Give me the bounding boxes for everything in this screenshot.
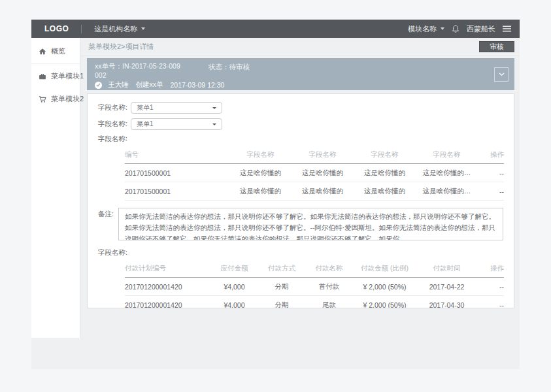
status-card: xx单号：IN-2017-05-23-009002 状态：待审核 王大锤 创建x… bbox=[87, 58, 514, 90]
sidebar: 概览 菜单模块1 菜单模块2 bbox=[31, 38, 80, 338]
cell-action: -- bbox=[478, 278, 504, 296]
org-name-label: 这是机构名称 bbox=[94, 24, 137, 34]
table1-label: 字段名称: bbox=[98, 135, 503, 144]
table-row: 201701200001420 ¥4,000 分期 尾款 ¥ 2,000 (50… bbox=[125, 296, 504, 309]
order-number: xx单号：IN-2017-05-23-009002 bbox=[95, 62, 182, 80]
status-card-row1: xx单号：IN-2017-05-23-009002 状态：待审核 bbox=[95, 62, 486, 80]
logo[interactable]: LOGO bbox=[44, 24, 69, 33]
top-navbar: LOGO 这是机构名称 模块名称 西蒙船长 bbox=[31, 20, 520, 38]
cell-field: 这是啥你懂的… bbox=[416, 164, 478, 182]
check-glyph bbox=[96, 83, 101, 87]
breadcrumb: 菜单模块2>项目详情 bbox=[88, 42, 154, 52]
column-header: 付款计划编号 bbox=[125, 260, 210, 278]
column-header: 编号 bbox=[125, 146, 229, 164]
form-row-1: 字段名称: 菜单1 bbox=[98, 102, 503, 114]
column-header: 付款时间 bbox=[416, 260, 478, 278]
remark-label: 备注: bbox=[98, 208, 118, 240]
cell-method: 分期 bbox=[259, 296, 305, 309]
column-header: 付款金额 (比例) bbox=[354, 260, 416, 278]
hamburger-menu-icon[interactable] bbox=[503, 25, 511, 32]
column-header: 字段名称 bbox=[354, 146, 416, 164]
form-row-2: 字段名称: 菜单1 bbox=[98, 118, 503, 130]
user-name[interactable]: 西蒙船长 bbox=[467, 24, 495, 34]
order-number-label: xx单号： bbox=[95, 62, 122, 70]
status-label: 状态： bbox=[209, 63, 229, 71]
table2-label: 字段名称: bbox=[98, 248, 503, 257]
created-datetime: 2017-03-09 12:30 bbox=[171, 81, 225, 89]
org-selector[interactable]: 这是机构名称 bbox=[94, 24, 145, 34]
cell-payment-name: 首付款 bbox=[305, 278, 354, 296]
column-header: 应付金额 bbox=[210, 260, 259, 278]
payment-table: 付款计划编号 应付金额 付款方式 付款名称 付款金额 (比例) 付款时间 操作 … bbox=[125, 260, 504, 308]
status-field: 状态：待审核 bbox=[209, 62, 250, 72]
select-value: 菜单1 bbox=[137, 103, 154, 112]
cell-amount-due: ¥4,000 bbox=[210, 296, 259, 309]
cell-method: 分期 bbox=[259, 278, 305, 296]
sidebar-item-label: 菜单模块1 bbox=[51, 71, 84, 81]
sidebar-separator bbox=[31, 63, 80, 64]
cell-date: 2017-04-22 bbox=[416, 278, 478, 296]
app-body: 概览 菜单模块1 菜单模块2 菜单模块 bbox=[31, 38, 520, 369]
detail-table: 编号 字段名称 字段名称 字段名称 字段名称 操作 201701500001 这… bbox=[125, 146, 504, 201]
cell-field: 这是啥你懂的 bbox=[229, 164, 292, 182]
main-content: 菜单模块2>项目详情 审核 xx单号：IN-2017-05-23-009002 … bbox=[80, 38, 520, 369]
cart-icon bbox=[39, 95, 46, 103]
navbar-right: 模块名称 西蒙船长 bbox=[408, 24, 511, 34]
cell-amount-due: ¥4,000 bbox=[210, 278, 259, 296]
column-header: 操作 bbox=[478, 146, 504, 164]
bell-icon[interactable] bbox=[452, 25, 459, 33]
remark-row: 备注: 如果你无法简洁的表达你的想法，那只说明你还不够了解它。如果你无法简洁的表… bbox=[98, 208, 503, 240]
column-header: 字段名称 bbox=[416, 146, 478, 164]
field-label: 字段名称: bbox=[98, 103, 131, 112]
check-circle-icon bbox=[95, 82, 102, 89]
cell-number: 201701500001 bbox=[125, 164, 229, 182]
navbar-divider bbox=[81, 25, 82, 33]
cell-field: 这是啥你懂的 bbox=[354, 182, 416, 201]
chevron-down-icon bbox=[441, 27, 444, 30]
sidebar-item-overview[interactable]: 概览 bbox=[31, 40, 80, 63]
cell-action: -- bbox=[478, 164, 504, 182]
chevron-down-icon bbox=[499, 73, 505, 76]
cell-plan-number: 201701200001420 bbox=[125, 278, 210, 296]
payment-table-head: 付款计划编号 应付金额 付款方式 付款名称 付款金额 (比例) 付款时间 操作 bbox=[125, 260, 504, 278]
chevron-down-icon bbox=[212, 123, 216, 125]
field-select-1[interactable]: 菜单1 bbox=[131, 102, 222, 114]
home-icon bbox=[39, 48, 46, 56]
cell-action: -- bbox=[478, 182, 504, 201]
column-header: 字段名称 bbox=[292, 146, 354, 164]
audit-button[interactable]: 审核 bbox=[479, 41, 514, 52]
cell-field: 这是啥你懂的 bbox=[292, 164, 354, 182]
select-value: 菜单1 bbox=[137, 120, 154, 129]
column-header: 付款方式 bbox=[259, 260, 305, 278]
status-value: 待审核 bbox=[229, 63, 250, 71]
field-select-2[interactable]: 菜单1 bbox=[131, 118, 222, 130]
collapse-toggle-button[interactable] bbox=[494, 67, 509, 82]
bell-glyph bbox=[452, 25, 459, 33]
table-header-row: 编号 字段名称 字段名称 字段名称 字段名称 操作 bbox=[125, 146, 504, 164]
hamburger-glyph bbox=[503, 25, 511, 32]
payment-table-body: 201701200001420 ¥4,000 分期 首付款 ¥ 2,000 (5… bbox=[125, 278, 504, 309]
cell-field: 这是啥你懂的… bbox=[416, 182, 478, 201]
chevron-down-icon bbox=[212, 107, 216, 109]
chevron-down-icon bbox=[141, 27, 145, 30]
status-card-row2: 王大锤 创建xx单 2017-03-09 12:30 bbox=[95, 80, 486, 90]
sidebar-item-label: 概览 bbox=[51, 46, 65, 56]
cell-field: 这是啥你懂的 bbox=[292, 182, 354, 201]
module-name-label: 模块名称 bbox=[408, 24, 437, 34]
cell-date: 2017-04-30 bbox=[416, 296, 478, 309]
table-row: 201701500001 这是啥你懂的 这是啥你懂的 这是啥你懂的 这是啥你懂的… bbox=[125, 164, 504, 182]
table-header-row: 付款计划编号 应付金额 付款方式 付款名称 付款金额 (比例) 付款时间 操作 bbox=[125, 260, 504, 278]
column-header: 操作 bbox=[478, 260, 504, 278]
cell-plan-number: 201701200001420 bbox=[125, 296, 210, 309]
column-header: 付款名称 bbox=[305, 260, 354, 278]
field-label: 字段名称: bbox=[98, 120, 131, 129]
cell-amount-ratio: ¥ 2,000 (50%) bbox=[354, 278, 416, 296]
sidebar-item-module2[interactable]: 菜单模块2 bbox=[31, 88, 80, 110]
column-header: 字段名称 bbox=[229, 146, 292, 164]
app-window: LOGO 这是机构名称 模块名称 西蒙船长 bbox=[31, 20, 520, 369]
sidebar-item-module1[interactable]: 菜单模块1 bbox=[31, 65, 80, 88]
cell-action: -- bbox=[478, 296, 504, 309]
cell-amount-ratio: ¥ 2,000 (50%) bbox=[354, 296, 416, 309]
module-selector[interactable]: 模块名称 bbox=[408, 24, 444, 34]
remark-textarea[interactable]: 如果你无法简洁的表达你的想法，那只说明你还不够了解它。如果你无法简洁的表达你的想… bbox=[118, 208, 503, 240]
